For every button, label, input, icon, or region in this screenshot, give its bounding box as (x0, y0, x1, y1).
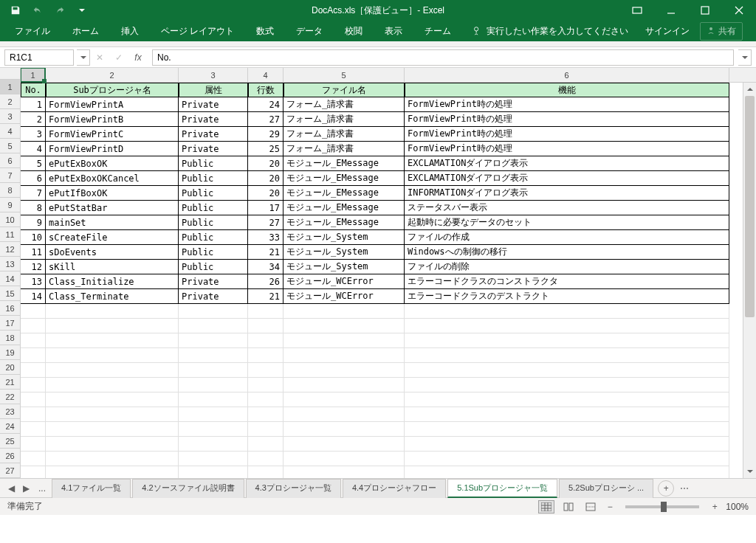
row-header[interactable]: 16 (0, 301, 21, 316)
empty-cell[interactable] (21, 407, 46, 422)
data-cell[interactable]: ファイルの削除 (405, 260, 729, 274)
close-button[interactable] (722, 0, 756, 21)
column-header[interactable]: 4 (248, 68, 284, 82)
data-cell[interactable]: Private (179, 127, 248, 142)
fx-button[interactable]: fx (128, 49, 148, 66)
column-header[interactable]: 3 (179, 68, 248, 82)
empty-cell[interactable] (284, 392, 405, 407)
data-cell[interactable]: 25 (248, 142, 284, 156)
data-cell[interactable]: 1 (21, 97, 46, 112)
data-cell[interactable]: Class_Terminate (46, 289, 179, 304)
empty-cell[interactable] (21, 319, 46, 333)
empty-cell[interactable] (21, 333, 46, 348)
empty-cell[interactable] (46, 304, 179, 319)
ribbon-tab[interactable]: 表示 (374, 22, 413, 41)
empty-cell[interactable] (284, 348, 405, 363)
data-cell[interactable]: 14 (21, 289, 46, 304)
empty-cell[interactable] (248, 452, 284, 466)
signin-link[interactable]: サインイン (645, 25, 690, 38)
data-cell[interactable]: Private (179, 274, 248, 289)
empty-cell[interactable] (179, 422, 248, 437)
data-cell[interactable]: 21 (248, 289, 284, 304)
normal-view-button[interactable] (538, 500, 554, 513)
empty-cell[interactable] (46, 437, 179, 452)
data-cell[interactable]: 33 (248, 230, 284, 245)
formula-input[interactable]: No. (152, 49, 734, 66)
data-cell[interactable]: Public (179, 230, 248, 245)
data-cell[interactable]: ファイルの作成 (405, 230, 729, 245)
sheet-tab[interactable]: 5.1Subプロシージャ一覧 (447, 479, 557, 498)
empty-cell[interactable] (284, 407, 405, 422)
empty-cell[interactable] (21, 363, 46, 378)
row-header[interactable]: 24 (0, 419, 21, 434)
zoom-out-button[interactable]: − (605, 502, 615, 512)
data-cell[interactable]: エラーコードクラスのデストラクト (405, 289, 729, 304)
data-cell[interactable]: モジュール_System (284, 245, 405, 260)
data-cell[interactable]: FormViewPrint時の処理 (405, 142, 729, 156)
ribbon-tab[interactable]: ファイル (4, 22, 61, 41)
vertical-scrollbar[interactable] (743, 83, 756, 478)
ribbon-tab[interactable]: 校閲 (334, 22, 373, 41)
add-sheet-button[interactable]: + (658, 480, 674, 497)
empty-cell[interactable] (405, 363, 729, 378)
empty-cell[interactable] (405, 392, 729, 407)
data-cell[interactable]: ePutExBoxOK (46, 156, 179, 171)
data-cell[interactable]: モジュール_EMessage (284, 186, 405, 201)
tab-ellipsis[interactable]: ... (38, 483, 46, 494)
row-header[interactable]: 18 (0, 331, 21, 345)
scroll-down-button[interactable] (743, 465, 756, 478)
data-cell[interactable]: モジュール_System (284, 230, 405, 245)
header-cell[interactable]: 属性 (179, 83, 248, 97)
row-header[interactable]: 1 (0, 80, 21, 94)
data-cell[interactable]: エラーコードクラスのコンストラクタ (405, 274, 729, 289)
data-cell[interactable]: Public (179, 186, 248, 201)
minimize-button[interactable] (654, 0, 688, 21)
data-cell[interactable]: sCreateFile (46, 230, 179, 245)
empty-cell[interactable] (248, 333, 284, 348)
empty-cell[interactable] (179, 319, 248, 333)
empty-cell[interactable] (405, 466, 729, 478)
empty-cell[interactable] (284, 333, 405, 348)
save-button[interactable] (6, 1, 25, 19)
data-cell[interactable]: ステータスバー表示 (405, 201, 729, 215)
data-cell[interactable]: Private (179, 142, 248, 156)
empty-cell[interactable] (248, 363, 284, 378)
empty-cell[interactable] (21, 304, 46, 319)
empty-cell[interactable] (405, 407, 729, 422)
row-header[interactable]: 12 (0, 242, 21, 257)
empty-cell[interactable] (284, 452, 405, 466)
header-cell[interactable]: No. (21, 83, 46, 97)
data-cell[interactable]: ePutExBoxOKCancel (46, 171, 179, 186)
row-header[interactable]: 7 (0, 168, 21, 183)
ribbon-tab[interactable]: データ (286, 22, 333, 41)
data-cell[interactable]: 26 (248, 274, 284, 289)
empty-cell[interactable] (46, 466, 179, 478)
data-cell[interactable]: 4 (21, 142, 46, 156)
data-cell[interactable]: Public (179, 171, 248, 186)
empty-cell[interactable] (21, 392, 46, 407)
empty-cell[interactable] (405, 348, 729, 363)
ribbon-display-button[interactable] (620, 0, 654, 21)
cell-grid[interactable]: No.Subプロシージャ名属性行数ファイル名機能1FormViewPrintAP… (21, 83, 756, 478)
data-cell[interactable]: 24 (248, 97, 284, 112)
empty-cell[interactable] (21, 466, 46, 478)
data-cell[interactable]: 11 (21, 245, 46, 260)
data-cell[interactable]: 20 (248, 156, 284, 171)
data-cell[interactable]: FormViewPrintD (46, 142, 179, 156)
zoom-level[interactable]: 100% (726, 502, 749, 512)
zoom-thumb[interactable] (661, 502, 667, 512)
empty-cell[interactable] (284, 437, 405, 452)
column-header[interactable]: 1 (21, 68, 46, 82)
empty-cell[interactable] (405, 319, 729, 333)
data-cell[interactable]: モジュール_WCError (284, 274, 405, 289)
empty-cell[interactable] (46, 452, 179, 466)
sheet-tab[interactable]: 4.4プロシージャフロー (343, 479, 446, 498)
ribbon-tab[interactable]: ホーム (62, 22, 109, 41)
data-cell[interactable]: FormViewPrint時の処理 (405, 112, 729, 127)
empty-cell[interactable] (405, 437, 729, 452)
data-cell[interactable]: Public (179, 215, 248, 230)
empty-cell[interactable] (284, 466, 405, 478)
data-cell[interactable]: FormViewPrintC (46, 127, 179, 142)
data-cell[interactable]: フォーム_請求書 (284, 112, 405, 127)
maximize-button[interactable] (688, 0, 722, 21)
